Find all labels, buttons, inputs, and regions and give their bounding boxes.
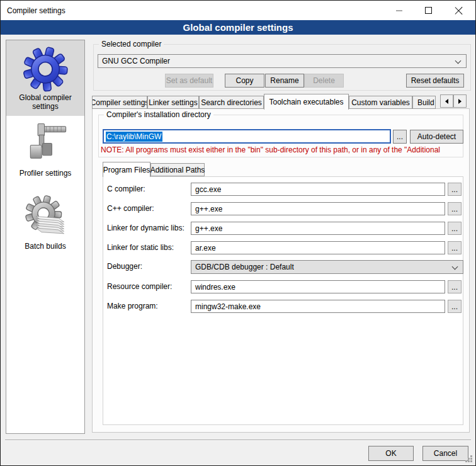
group-label: Selected compiler — [99, 40, 164, 48]
field-value: g++.exe — [191, 205, 222, 213]
reset-defaults-button[interactable]: Reset defaults — [406, 74, 464, 88]
settings-category-sidebar: Global compiler settings Profiler settin… — [6, 40, 85, 434]
chevron-down-icon — [455, 58, 462, 64]
footer-divider — [5, 440, 471, 441]
compiler-select-value: GNU GCC Compiler — [98, 57, 170, 65]
browse-button[interactable]: ... — [448, 300, 462, 313]
dialog-header: Global compiler settings — [1, 20, 475, 35]
rename-button[interactable]: Rename — [265, 74, 304, 88]
resize-grip[interactable] — [470, 460, 472, 462]
make-program-input[interactable]: mingw32-make.exe — [191, 300, 445, 313]
field-row-cpp-compiler: C++ compiler: g++.exe ... — [103, 202, 463, 216]
debugger-select[interactable]: GDB/CDB debugger : Default — [191, 260, 463, 274]
field-value: windres.exe — [191, 283, 235, 292]
subtab-additional-paths[interactable]: Additional Paths — [150, 163, 205, 176]
close-button[interactable] — [443, 1, 475, 20]
delete-button[interactable]: Delete — [304, 74, 344, 88]
note-text: NOTE: All programs must exist either in … — [101, 145, 463, 155]
field-row-linker-static: Linker for static libs: ar.exe ... — [103, 241, 463, 255]
tab-custom-variables[interactable]: Custom variables — [349, 96, 412, 109]
field-value: mingw32-make.exe — [191, 302, 261, 311]
close-icon — [455, 6, 463, 15]
browse-button[interactable]: ... — [448, 183, 462, 196]
linker-dynamic-input[interactable]: g++.exe — [191, 222, 445, 235]
field-label: C compiler: — [107, 185, 145, 193]
chevron-down-icon — [452, 264, 458, 270]
browse-button[interactable]: ... — [448, 241, 462, 254]
resource-compiler-input[interactable]: windres.exe — [191, 280, 445, 293]
field-value: ar.exe — [191, 244, 216, 253]
tab-build-options[interactable]: Build options — [412, 96, 436, 109]
field-label: Debugger: — [107, 262, 142, 271]
auto-detect-button[interactable]: Auto-detect — [410, 130, 463, 144]
compiler-select[interactable]: GNU GCC Compiler — [98, 54, 467, 68]
field-row-resource-compiler: Resource compiler: windres.exe ... — [103, 280, 463, 294]
field-label: Resource compiler: — [107, 282, 172, 291]
debugger-select-value: GDB/CDB debugger : Default — [191, 263, 294, 271]
tab-compiler-settings[interactable]: Compiler settings — [92, 96, 147, 109]
tab-linker-settings[interactable]: Linker settings — [147, 96, 199, 109]
field-value: g++.exe — [191, 224, 222, 233]
blue-gear-icon — [22, 45, 69, 92]
right-arrow-icon — [458, 99, 462, 104]
minimize-button[interactable] — [385, 1, 414, 20]
field-label: Make program: — [107, 302, 158, 310]
caliper-icon — [22, 121, 69, 168]
subtab-program-files[interactable]: Program Files — [103, 162, 150, 177]
maximize-button[interactable] — [414, 1, 443, 20]
tab-toolchain-executables[interactable]: Toolchain executables — [264, 94, 349, 110]
sidebar-item-label: Profiler settings — [6, 169, 84, 183]
maximize-icon — [425, 7, 432, 14]
sidebar-item-batch-builds[interactable]: Batch builds — [6, 194, 84, 256]
tab-search-directories[interactable]: Search directories — [199, 96, 264, 109]
cpp-compiler-input[interactable]: g++.exe — [191, 202, 445, 215]
left-arrow-icon — [445, 99, 448, 104]
installation-directory-value: C:\raylib\MinGW — [106, 132, 162, 142]
linker-static-input[interactable]: ar.exe — [191, 241, 445, 254]
installation-directory-input[interactable]: C:\raylib\MinGW — [103, 129, 391, 144]
browse-button[interactable]: ... — [448, 222, 462, 235]
cancel-button[interactable]: Cancel — [422, 446, 468, 461]
field-label: Linker for static libs: — [107, 243, 174, 252]
sidebar-item-profiler-settings[interactable]: Profiler settings — [6, 121, 84, 183]
sidebar-item-label: Global compiler settings — [6, 93, 84, 116]
copy-button[interactable]: Copy — [225, 74, 264, 88]
field-value: gcc.exe — [191, 185, 221, 194]
sidebar-item-label: Batch builds — [6, 242, 84, 256]
tab-scroll-right-button[interactable] — [453, 94, 467, 108]
browse-button[interactable]: ... — [448, 202, 462, 215]
minimize-icon — [396, 10, 402, 11]
field-row-c-compiler: C compiler: gcc.exe ... — [103, 183, 463, 196]
field-row-linker-dynamic: Linker for dynamic libs: g++.exe ... — [103, 222, 463, 236]
c-compiler-input[interactable]: gcc.exe — [191, 183, 445, 196]
tab-scroll-left-button[interactable] — [440, 94, 453, 108]
window-title: Compiler settings — [7, 6, 65, 15]
group-label: Compiler's installation directory — [104, 110, 213, 119]
browse-button[interactable]: ... — [448, 280, 462, 293]
field-label: Linker for dynamic libs: — [107, 224, 184, 232]
field-row-make-program: Make program: mingw32-make.exe ... — [103, 300, 463, 314]
ok-button[interactable]: OK — [368, 446, 414, 461]
set-as-default-button[interactable]: Set as default — [165, 74, 213, 88]
field-label: C++ compiler: — [107, 204, 154, 213]
gray-gear-papers-icon — [22, 194, 69, 241]
field-row-debugger: Debugger: GDB/CDB debugger : Default — [103, 260, 463, 274]
sidebar-item-global-compiler-settings[interactable]: Global compiler settings — [6, 40, 84, 116]
browse-directory-button[interactable]: ... — [393, 130, 407, 144]
